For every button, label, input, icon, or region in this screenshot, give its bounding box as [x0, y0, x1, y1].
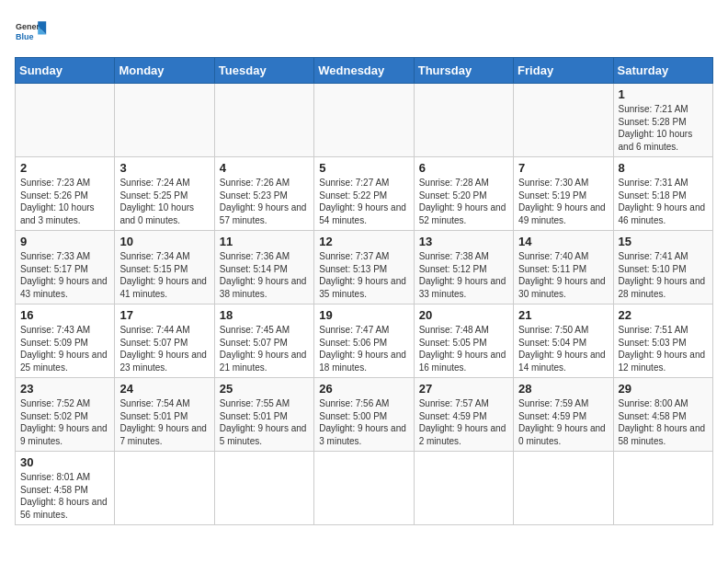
calendar-cell: 10Sunrise: 7:34 AM Sunset: 5:15 PM Dayli… — [115, 231, 214, 304]
day-info: Sunrise: 7:28 AM Sunset: 5:20 PM Dayligh… — [419, 177, 508, 226]
day-info: Sunrise: 7:41 AM Sunset: 5:10 PM Dayligh… — [619, 250, 708, 300]
calendar-cell — [214, 452, 313, 525]
calendar-cell: 27Sunrise: 7:57 AM Sunset: 4:59 PM Dayli… — [414, 378, 513, 452]
day-info: Sunrise: 7:26 AM Sunset: 5:23 PM Dayligh… — [220, 177, 309, 226]
day-number: 18 — [220, 308, 309, 322]
day-number: 8 — [619, 161, 708, 175]
day-number: 26 — [319, 382, 408, 396]
day-info: Sunrise: 7:57 AM Sunset: 4:59 PM Dayligh… — [419, 397, 508, 447]
weekday-header-sunday: Sunday — [16, 58, 115, 84]
calendar-cell: 12Sunrise: 7:37 AM Sunset: 5:13 PM Dayli… — [314, 231, 414, 304]
day-number: 21 — [518, 308, 608, 322]
day-number: 17 — [119, 308, 209, 322]
page-header: General Blue — [15, 15, 713, 48]
day-info: Sunrise: 7:48 AM Sunset: 5:05 PM Dayligh… — [419, 324, 508, 373]
day-number: 9 — [20, 235, 109, 248]
day-number: 6 — [419, 161, 508, 175]
calendar-cell: 8Sunrise: 7:31 AM Sunset: 5:18 PM Daylig… — [613, 157, 712, 231]
day-info: Sunrise: 7:50 AM Sunset: 5:04 PM Dayligh… — [518, 324, 608, 373]
day-info: Sunrise: 8:00 AM Sunset: 4:58 PM Dayligh… — [619, 397, 708, 447]
day-info: Sunrise: 7:54 AM Sunset: 5:01 PM Dayligh… — [119, 397, 209, 447]
calendar-cell: 1Sunrise: 7:21 AM Sunset: 5:28 PM Daylig… — [613, 84, 712, 157]
calendar-cell — [314, 452, 414, 525]
calendar-cell — [414, 84, 513, 157]
calendar-week-1: 1Sunrise: 7:21 AM Sunset: 5:28 PM Daylig… — [16, 84, 713, 157]
calendar-cell: 7Sunrise: 7:30 AM Sunset: 5:19 PM Daylig… — [514, 157, 613, 231]
day-number: 7 — [518, 161, 608, 175]
day-number: 13 — [419, 235, 508, 248]
day-number: 22 — [619, 308, 708, 322]
day-info: Sunrise: 7:52 AM Sunset: 5:02 PM Dayligh… — [20, 397, 109, 447]
day-info: Sunrise: 7:27 AM Sunset: 5:22 PM Dayligh… — [319, 177, 408, 226]
calendar-cell — [514, 84, 613, 157]
day-info: Sunrise: 7:45 AM Sunset: 5:07 PM Dayligh… — [220, 324, 309, 373]
calendar-week-4: 16Sunrise: 7:43 AM Sunset: 5:09 PM Dayli… — [16, 304, 713, 378]
weekday-header-thursday: Thursday — [414, 58, 513, 84]
calendar-cell — [613, 452, 712, 525]
day-info: Sunrise: 7:24 AM Sunset: 5:25 PM Dayligh… — [119, 177, 209, 226]
day-number: 25 — [220, 382, 309, 396]
calendar-cell: 25Sunrise: 7:55 AM Sunset: 5:01 PM Dayli… — [214, 378, 313, 452]
calendar-cell: 4Sunrise: 7:26 AM Sunset: 5:23 PM Daylig… — [214, 157, 313, 231]
day-number: 23 — [20, 382, 109, 396]
calendar-cell: 21Sunrise: 7:50 AM Sunset: 5:04 PM Dayli… — [514, 304, 613, 378]
day-number: 29 — [619, 382, 708, 396]
day-info: Sunrise: 7:37 AM Sunset: 5:13 PM Dayligh… — [319, 250, 408, 300]
day-info: Sunrise: 7:38 AM Sunset: 5:12 PM Dayligh… — [419, 250, 508, 300]
calendar-week-3: 9Sunrise: 7:33 AM Sunset: 5:17 PM Daylig… — [16, 231, 713, 304]
calendar-week-6: 30Sunrise: 8:01 AM Sunset: 4:58 PM Dayli… — [16, 452, 713, 525]
day-number: 11 — [220, 235, 309, 248]
day-number: 24 — [119, 382, 209, 396]
calendar-cell: 18Sunrise: 7:45 AM Sunset: 5:07 PM Dayli… — [214, 304, 313, 378]
calendar-cell — [514, 452, 613, 525]
day-info: Sunrise: 7:34 AM Sunset: 5:15 PM Dayligh… — [119, 250, 209, 300]
calendar-cell: 2Sunrise: 7:23 AM Sunset: 5:26 PM Daylig… — [16, 157, 115, 231]
day-info: Sunrise: 7:56 AM Sunset: 5:00 PM Dayligh… — [319, 397, 408, 447]
calendar-cell: 23Sunrise: 7:52 AM Sunset: 5:02 PM Dayli… — [16, 378, 115, 452]
day-number: 30 — [20, 455, 109, 469]
day-number: 15 — [619, 235, 708, 248]
day-info: Sunrise: 7:21 AM Sunset: 5:28 PM Dayligh… — [619, 103, 708, 153]
day-number: 16 — [20, 308, 109, 322]
day-number: 10 — [119, 235, 209, 248]
calendar-cell: 22Sunrise: 7:51 AM Sunset: 5:03 PM Dayli… — [613, 304, 712, 378]
calendar-cell — [414, 452, 513, 525]
calendar-cell: 26Sunrise: 7:56 AM Sunset: 5:00 PM Dayli… — [314, 378, 414, 452]
day-number: 5 — [319, 161, 408, 175]
calendar-cell: 20Sunrise: 7:48 AM Sunset: 5:05 PM Dayli… — [414, 304, 513, 378]
day-info: Sunrise: 7:30 AM Sunset: 5:19 PM Dayligh… — [518, 177, 608, 226]
calendar-week-5: 23Sunrise: 7:52 AM Sunset: 5:02 PM Dayli… — [16, 378, 713, 452]
calendar-cell: 9Sunrise: 7:33 AM Sunset: 5:17 PM Daylig… — [16, 231, 115, 304]
calendar-cell: 6Sunrise: 7:28 AM Sunset: 5:20 PM Daylig… — [414, 157, 513, 231]
calendar-cell: 5Sunrise: 7:27 AM Sunset: 5:22 PM Daylig… — [314, 157, 414, 231]
day-number: 3 — [119, 161, 209, 175]
logo: General Blue — [15, 15, 48, 48]
day-info: Sunrise: 7:31 AM Sunset: 5:18 PM Dayligh… — [619, 177, 708, 226]
day-number: 2 — [20, 161, 109, 175]
day-info: Sunrise: 7:43 AM Sunset: 5:09 PM Dayligh… — [20, 324, 109, 373]
calendar-cell: 30Sunrise: 8:01 AM Sunset: 4:58 PM Dayli… — [16, 452, 115, 525]
day-number: 27 — [419, 382, 508, 396]
day-info: Sunrise: 7:23 AM Sunset: 5:26 PM Dayligh… — [20, 177, 109, 226]
calendar-cell: 13Sunrise: 7:38 AM Sunset: 5:12 PM Dayli… — [414, 231, 513, 304]
day-info: Sunrise: 7:59 AM Sunset: 4:59 PM Dayligh… — [518, 397, 608, 447]
day-info: Sunrise: 7:33 AM Sunset: 5:17 PM Dayligh… — [20, 250, 109, 300]
day-info: Sunrise: 7:44 AM Sunset: 5:07 PM Dayligh… — [119, 324, 209, 373]
calendar-cell: 11Sunrise: 7:36 AM Sunset: 5:14 PM Dayli… — [214, 231, 313, 304]
weekday-header-row: SundayMondayTuesdayWednesdayThursdayFrid… — [16, 58, 713, 84]
day-info: Sunrise: 7:51 AM Sunset: 5:03 PM Dayligh… — [619, 324, 708, 373]
day-info: Sunrise: 7:40 AM Sunset: 5:11 PM Dayligh… — [518, 250, 608, 300]
weekday-header-wednesday: Wednesday — [314, 58, 414, 84]
day-number: 14 — [518, 235, 608, 248]
day-number: 20 — [419, 308, 508, 322]
calendar-cell: 19Sunrise: 7:47 AM Sunset: 5:06 PM Dayli… — [314, 304, 414, 378]
calendar-cell: 29Sunrise: 8:00 AM Sunset: 4:58 PM Dayli… — [613, 378, 712, 452]
day-number: 28 — [518, 382, 608, 396]
day-number: 1 — [619, 87, 708, 101]
calendar-week-2: 2Sunrise: 7:23 AM Sunset: 5:26 PM Daylig… — [16, 157, 713, 231]
calendar-cell: 15Sunrise: 7:41 AM Sunset: 5:10 PM Dayli… — [613, 231, 712, 304]
svg-text:Blue: Blue — [16, 32, 34, 41]
weekday-header-tuesday: Tuesday — [214, 58, 313, 84]
calendar-cell: 3Sunrise: 7:24 AM Sunset: 5:25 PM Daylig… — [115, 157, 214, 231]
calendar-cell: 17Sunrise: 7:44 AM Sunset: 5:07 PM Dayli… — [115, 304, 214, 378]
